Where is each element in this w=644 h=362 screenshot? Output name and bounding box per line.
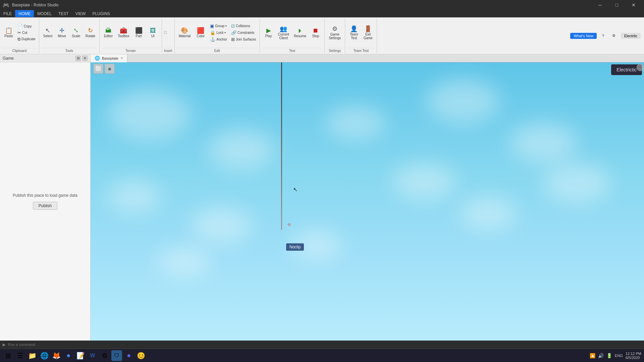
constraints-label: Constraints [237, 31, 255, 35]
join-surfaces-button[interactable]: ⊞ Join Surfaces [230, 37, 258, 43]
terrain-label: Terrain [102, 48, 159, 53]
game-settings-label: Game Settings [329, 33, 341, 40]
ribbon-group-insert: Insert [162, 18, 175, 53]
title-bar-left: 🎮 Baseplate - Roblox Studio [3, 2, 59, 8]
maximize-button[interactable]: □ [609, 0, 625, 10]
paste-icon: 📋 [5, 27, 12, 34]
settings-icon-button[interactable]: ⚙ [609, 33, 618, 39]
play-button[interactable]: ▶ Play [262, 23, 275, 43]
taskbar-search[interactable]: ☰ [15, 350, 25, 361]
current-client-button[interactable]: 👥 Current Client [276, 23, 291, 43]
select-button[interactable]: ↖ Select [41, 23, 55, 43]
status-bar: ▶ [0, 341, 644, 349]
group-icon: ▣ [210, 23, 214, 28]
viewport-move-tool[interactable]: ⬜ [93, 64, 103, 74]
rotate-button[interactable]: ↻ Rotate [84, 23, 97, 43]
taskbar-start[interactable]: ⊞ [3, 350, 13, 361]
cloud-3 [325, 106, 386, 139]
lock-dropdown-icon[interactable]: ▾ [224, 31, 226, 34]
group-dropdown-icon[interactable]: ▾ [225, 24, 227, 27]
color-button[interactable]: 🟥 Color [194, 23, 207, 43]
test-items: ▶ Play 👥 Current Client ⏵ Resume ⏹ Stop [262, 18, 323, 47]
publish-button[interactable]: Publish [33, 202, 57, 210]
app-logo-icon: 🎮 [3, 2, 9, 8]
material-button[interactable]: 🎨 Material [177, 23, 193, 43]
viewport-tabs: 🌐 Baseplate ✕ [91, 54, 644, 62]
ribbon-group-edit: 🎨 Material 🟥 Color ▣ Group ▾ 🔒 Lock [175, 18, 260, 53]
taskbar-chrome[interactable]: ● [63, 350, 74, 361]
toolbox-button[interactable]: 🧰 Toolbox [116, 23, 131, 43]
close-button[interactable]: ✕ [626, 0, 641, 10]
taskbar-clock: 12:12 PM 6/5/2020 [626, 352, 641, 360]
edit-vgroup: ▣ Group ▾ 🔒 Lock ▾ ⚓ Anchor [209, 23, 228, 43]
anchor-label: Anchor [216, 38, 227, 41]
stop-button[interactable]: ⏹ Stop [309, 23, 322, 43]
settings-label: Settings [327, 48, 343, 53]
taskbar-lang: ENG [615, 354, 623, 358]
tray-sound[interactable]: 🔊 [598, 353, 604, 358]
tray-network[interactable]: 🔼 [590, 353, 595, 358]
cut-button[interactable]: ✂ Cut [16, 30, 37, 36]
taskbar-firefox[interactable]: 🦊 [51, 350, 62, 361]
game-settings-button[interactable]: ⚙ Game Settings [327, 23, 343, 43]
taskbar-settings[interactable]: ⚙ [99, 350, 110, 361]
menu-home[interactable]: HOME [15, 10, 34, 17]
constraints-button[interactable]: 🔗 Constraints [230, 30, 258, 36]
left-panel-content: Publish this place to load game data Pub… [0, 62, 90, 341]
ui-label: UI [151, 34, 155, 38]
part-button[interactable]: ⬛ Part [132, 23, 146, 43]
editor-button[interactable]: 🏔 Editor [102, 23, 115, 43]
taskbar-edge[interactable]: 🌐 [39, 350, 50, 361]
lock-button[interactable]: 🔒 Lock ▾ [209, 30, 228, 36]
taskbar-files[interactable]: 📁 [27, 350, 38, 361]
panel-float-button[interactable]: ⧉ [75, 56, 81, 61]
menu-plugins[interactable]: PLUGINS [89, 10, 113, 17]
group-button[interactable]: ▣ Group ▾ [209, 23, 228, 29]
whats-new-button[interactable]: What's New [570, 33, 596, 39]
ui-button[interactable]: 🖼 UI [146, 23, 160, 43]
noclip-badge: Noclip [286, 243, 304, 251]
ui-icon: 🖼 [150, 27, 156, 34]
join-surfaces-icon: ⊞ [231, 37, 235, 42]
exit-game-icon: 🚪 [364, 26, 372, 32]
ribbon-group-clipboard: 📋 Paste 📄 Copy ✂ Cut ⧉ Duplicate [0, 18, 39, 53]
menu-view[interactable]: VIEW [72, 10, 89, 17]
taskbar-discord[interactable]: ● [123, 350, 134, 361]
help-button[interactable]: ? [599, 33, 607, 39]
cloud-4 [426, 79, 500, 123]
main-area: Game ⧉ ✕ Publish this place to load game… [0, 54, 644, 341]
taskbar-roblox[interactable]: 🛡 [111, 350, 122, 361]
menu-test[interactable]: TEST [55, 10, 72, 17]
viewport-tab-baseplate[interactable]: 🌐 Baseplate ✕ [91, 54, 127, 62]
panel-close-button[interactable]: ✕ [82, 56, 88, 61]
menu-file[interactable]: FILE [0, 10, 15, 17]
team-test-button[interactable]: 👤 Team Test [347, 23, 361, 43]
taskbar-word[interactable]: W [87, 350, 98, 361]
taskbar-emoji[interactable]: 😊 [136, 350, 146, 361]
menu-model[interactable]: MODEL [34, 10, 55, 17]
collisions-button[interactable]: ⊡ Collisions [230, 23, 258, 29]
copy-button[interactable]: 📄 Copy [16, 23, 37, 29]
taskbar-notes[interactable]: 📝 [75, 350, 86, 361]
exit-game-button[interactable]: 🚪 Exit Game [361, 23, 375, 43]
team-test-label: Team Test [350, 33, 358, 40]
ribbon-right: What's New ? ⚙ Electrtic [569, 18, 644, 53]
settings-items: ⚙ Game Settings [327, 18, 343, 47]
command-input[interactable] [8, 343, 641, 347]
move-button[interactable]: ✛ Move [55, 23, 69, 43]
scale-button[interactable]: ⤡ Scale [69, 23, 83, 43]
paste-button[interactable]: 📋 Paste [2, 21, 15, 45]
team-test-items: 👤 Team Test 🚪 Exit Game [347, 18, 375, 47]
rotate-icon: ↻ [88, 27, 93, 34]
viewport-tab-close[interactable]: ✕ [120, 56, 123, 60]
title-bar-controls: ─ □ ✕ [592, 0, 641, 10]
dots-button[interactable]: ⋯ [637, 64, 644, 71]
menu-bar: FILE HOME MODEL TEST VIEW PLUGINS [0, 10, 644, 17]
game-settings-icon: ⚙ [332, 26, 337, 32]
tray-battery[interactable]: 🔋 [606, 353, 612, 358]
viewport-rotate-tool[interactable]: ≡ [105, 64, 115, 74]
resume-button[interactable]: ⏵ Resume [292, 23, 308, 43]
minimize-button[interactable]: ─ [592, 0, 608, 10]
anchor-button[interactable]: ⚓ Anchor [209, 37, 228, 43]
duplicate-button[interactable]: ⧉ Duplicate [16, 36, 37, 42]
